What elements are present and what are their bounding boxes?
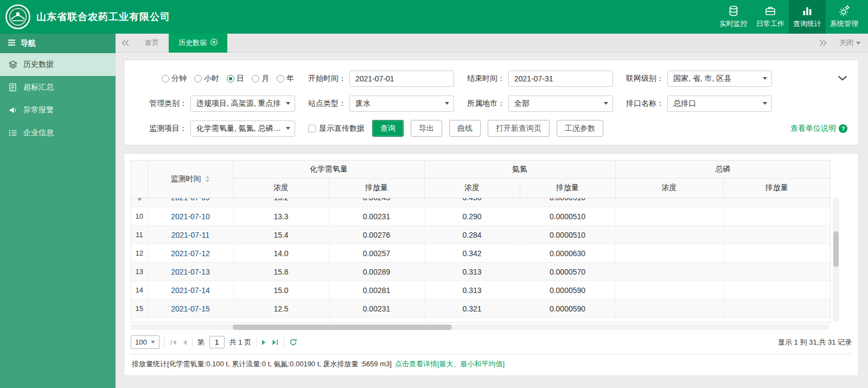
sidebar-item-history-data[interactable]: 历史数据 — [0, 53, 116, 76]
date-link[interactable]: 2021-07-13 — [171, 268, 210, 276]
end-date-input[interactable] — [508, 71, 613, 87]
tab-history-data[interactable]: 历史数据 — [169, 34, 227, 53]
sidebar-item-exceed-summary[interactable]: 超标汇总 — [0, 76, 116, 99]
prev-page-icon[interactable] — [182, 339, 187, 346]
value-cell: 0.313 — [424, 281, 520, 300]
period-radio-hour[interactable]: 小时 — [194, 74, 219, 84]
row-index: 11 — [131, 226, 148, 244]
period-radio-month[interactable]: 月 — [252, 74, 269, 84]
sidebar-item-label: 历史数据 — [23, 60, 54, 69]
vertical-scrollbar-thumb[interactable] — [833, 231, 839, 267]
period-radio-year[interactable]: 年 — [277, 74, 294, 84]
date-link[interactable]: 2021-07-10 — [171, 212, 210, 221]
date-link[interactable]: 2021-07-11 — [171, 231, 210, 239]
main-content: 分钟 小时 日 — [116, 53, 868, 388]
date-cell: 2021-07-12 — [148, 244, 233, 263]
value-cell: 13.2 — [233, 198, 329, 207]
value-cell: 0.0000590 — [520, 300, 615, 318]
time-column-header[interactable]: 监测时间 — [148, 161, 233, 198]
refresh-icon[interactable] — [289, 338, 297, 346]
view-detail-link[interactable]: 点击查看详情[最大、最小和平均值] — [395, 359, 505, 369]
export-button[interactable]: 导出 — [411, 120, 442, 137]
start-date-input[interactable] — [349, 71, 454, 87]
collapse-panel-icon[interactable] — [838, 73, 847, 83]
value-cell: 0.00244 — [329, 318, 424, 322]
value-cell — [615, 318, 723, 322]
sidebar-item-enterprise-info[interactable]: 企业信息 — [0, 122, 116, 144]
exceed-summary-icon — [9, 83, 17, 92]
city-value: 全部 — [514, 99, 529, 109]
top-nav-label: 系统管理 — [830, 19, 858, 29]
dropdown-caret-icon — [604, 102, 608, 105]
date-link[interactable]: 2021-07-12 — [171, 249, 210, 258]
sub-header: 浓度 — [424, 178, 520, 198]
table-row: 122021-07-1214.00.002570.3420.0000630 — [131, 244, 830, 263]
value-cell: 0.0000570 — [520, 263, 615, 281]
value-cell — [723, 244, 830, 263]
top-nav-item-query-stats[interactable]: 查询统计 — [789, 0, 826, 34]
value-cell — [615, 226, 723, 244]
tab-close-icon[interactable] — [210, 39, 218, 47]
period-radio-day[interactable]: 日 — [227, 74, 244, 84]
period-radio-minute[interactable]: 分钟 — [162, 74, 187, 84]
query-button[interactable]: 查询 — [372, 120, 404, 137]
scroll-tabs-right-icon[interactable] — [813, 40, 833, 46]
top-nav-item-system-manage[interactable]: 系统管理 — [826, 0, 863, 34]
data-table-panel: 监测时间 化学需氧量 氨氮 总磷 浓度 — [124, 153, 859, 376]
sidebar-item-abnormal-alarm[interactable]: 异常报警 — [0, 99, 116, 122]
horizontal-scrollbar[interactable] — [131, 325, 829, 330]
filter-row-3: 监测项目： 化学需氧量, 氨氮, 总磷, 总 显示直传数据 查询 — [138, 120, 848, 137]
start-time-cell: 开始时间： — [297, 71, 456, 87]
monitor-item-select[interactable]: 化学需氧量, 氨氮, 总磷, 总 — [190, 120, 295, 137]
page-size-select[interactable]: 100 — [131, 335, 159, 349]
value-cell: 0.00245 — [329, 198, 424, 207]
top-nav-label: 查询统计 — [793, 19, 821, 29]
mgmt-category-select[interactable]: 违规项目, 高架源, 重点排 — [190, 96, 295, 112]
page-number-input[interactable] — [209, 336, 225, 348]
unit-description-link[interactable]: 查看单位说明 — [790, 124, 848, 133]
sub-header: 排放量 — [723, 178, 830, 198]
last-page-icon[interactable] — [272, 339, 279, 346]
city-select[interactable]: 全部 — [508, 96, 613, 112]
value-cell: 0.00231 — [329, 300, 424, 318]
direct-data-checkbox[interactable] — [308, 125, 316, 132]
curve-button[interactable]: 曲线 — [449, 120, 481, 137]
outlet-select[interactable]: 总排口 — [667, 96, 772, 112]
first-page-icon[interactable] — [170, 339, 177, 346]
dropdown-caret-icon — [286, 127, 290, 130]
close-tabs-menu[interactable]: 关闭 — [839, 38, 860, 48]
network-level-cell: 联网级别： 国家, 省, 市, 区县 — [615, 71, 774, 87]
radio-icon — [227, 75, 234, 82]
mgmt-category-label: 管理类别： — [138, 99, 187, 109]
vertical-scrollbar[interactable] — [833, 198, 839, 322]
value-cell: 0.0000590 — [520, 281, 615, 300]
direct-data-label: 显示直传数据 — [319, 124, 365, 133]
scroll-tabs-left-icon[interactable] — [116, 40, 135, 46]
tab-home[interactable]: 首页 — [135, 34, 169, 53]
value-cell: 0.00257 — [329, 244, 424, 263]
table-frame: 监测时间 化学需氧量 氨氮 总磷 浓度 — [131, 160, 831, 323]
dropdown-caret-icon — [151, 341, 155, 344]
date-cell: 2021-07-13 — [148, 263, 233, 281]
date-link[interactable]: 2021-07-09 — [171, 198, 210, 202]
working-params-button[interactable]: 工况参数 — [557, 120, 603, 137]
date-cell: 2021-07-16 — [148, 318, 233, 322]
table-row: 112021-07-1115.40.002760.2840.0000510 — [131, 226, 830, 244]
horizontal-scrollbar-thumb[interactable] — [233, 325, 452, 330]
network-level-select[interactable]: 国家, 省, 市, 区县 — [667, 71, 772, 87]
top-nav-item-daily-work[interactable]: 日常工作 — [752, 0, 789, 34]
value-cell — [615, 198, 723, 207]
station-type-select[interactable]: 废水 — [349, 96, 454, 112]
date-link[interactable]: 2021-07-15 — [171, 304, 210, 313]
daily-work-icon — [764, 5, 776, 17]
filter-row-2: 管理类别： 违规项目, 高架源, 重点排 站点类型： 废水 — [138, 95, 848, 112]
group-header-phosphorus: 总磷 — [615, 161, 830, 178]
group-header-ammonia: 氨氮 — [424, 161, 615, 178]
mgmt-category-cell: 管理类别： 违规项目, 高架源, 重点排 — [138, 96, 297, 112]
top-nav-item-realtime[interactable]: 实时监控 — [715, 0, 752, 34]
pagination-bar: 100 第 共 1 页 — [131, 334, 852, 351]
date-link[interactable]: 2021-07-14 — [171, 286, 210, 295]
next-page-icon[interactable] — [261, 339, 267, 346]
open-new-query-button[interactable]: 打开新查询页 — [488, 120, 550, 137]
row-index: 16 — [131, 318, 148, 322]
